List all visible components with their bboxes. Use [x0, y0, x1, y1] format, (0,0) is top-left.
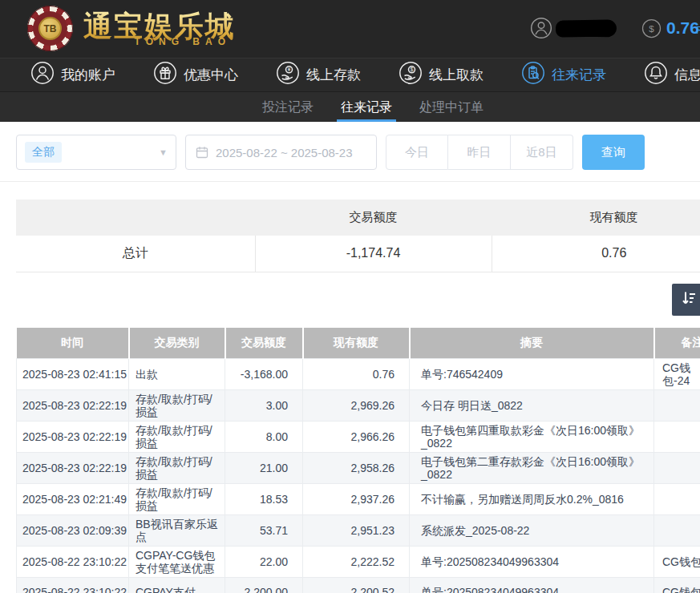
date-range-value: 2025-08-22 ~ 2025-08-23 — [216, 146, 353, 159]
cell-category: 存款/取款/打码/损益 — [129, 453, 225, 484]
col-header-remark: 备注 — [654, 328, 700, 359]
cell-time: 2025-08-22 23:10:22 — [17, 578, 129, 593]
dollar-coin-icon: $ — [641, 18, 662, 38]
user-avatar-icon[interactable] — [530, 17, 552, 39]
tab-transaction-records[interactable]: 往来记录 — [338, 92, 395, 122]
summary-total-row: 总计 -1,174.74 0.76 — [16, 236, 700, 272]
cell-balance: 2,222.52 — [303, 547, 410, 578]
cell-time: 2025-08-23 02:41:15 — [17, 359, 129, 390]
tab-label: 往来记录 — [341, 100, 392, 114]
tab-bet-records[interactable]: 投注记录 — [260, 92, 316, 122]
cell-amount: 22.00 — [225, 547, 303, 578]
cell-time: 2025-08-23 02:22:19 — [17, 390, 129, 422]
nav-item-label: 线上存款 — [306, 66, 361, 84]
cell-amount: 3.00 — [225, 390, 303, 422]
cell-amount: 8.00 — [225, 422, 303, 453]
summary-section: 交易额度 现有额度 总计 -1,174.74 0.76 — [16, 200, 700, 272]
svg-text:¥: ¥ — [288, 67, 291, 72]
balance-amount[interactable]: 0.76 — [666, 18, 699, 38]
username-redacted — [556, 19, 617, 37]
search-button[interactable]: 查询 — [582, 135, 645, 170]
tab-label: 投注记录 — [262, 100, 314, 114]
summary-header-row: 交易额度 现有额度 — [16, 200, 700, 236]
cell-time: 2025-08-23 02:21:49 — [17, 484, 129, 515]
table-row: 2025-08-23 02:22:19存款/取款/打码/损益21.002,958… — [17, 453, 700, 484]
casino-chip-icon: TB — [27, 6, 73, 51]
table-row: 2025-08-22 23:10:22CGPAY支付2,200.002,200.… — [17, 578, 700, 593]
chip-tb-label: TB — [38, 17, 62, 40]
sort-button[interactable] — [672, 284, 700, 316]
col-header-time: 时间 — [17, 328, 129, 359]
cell-remark: CG钱包 — [654, 547, 700, 578]
chevron-down-icon: ▼ — [159, 147, 168, 157]
cell-time: 2025-08-23 02:22:19 — [17, 422, 129, 453]
cell-time: 2025-08-23 02:22:19 — [17, 453, 129, 484]
cell-time: 2025-08-22 23:10:22 — [17, 547, 129, 578]
cell-remark: CG钱包 — [654, 578, 700, 593]
table-row: 2025-08-23 02:22:19存款/取款/打码/损益3.002,969.… — [17, 390, 700, 422]
cell-remark — [654, 484, 700, 515]
table-header-row: 时间 交易类别 交易额度 现有额度 摘要 备注 — [17, 328, 700, 359]
nav-item-withdraw[interactable]: $ 线上取款 — [399, 61, 484, 89]
nav-item-announcements[interactable]: 信息公告 — [644, 61, 700, 89]
summary-header-transaction: 交易额度 — [255, 200, 492, 236]
cell-summary: 电子钱包第二重存款彩金《次日16:00领取》_0822 — [410, 453, 654, 484]
date-range-input[interactable]: 2025-08-22 ~ 2025-08-23 — [185, 135, 377, 170]
cell-summary: 电子钱包第四重取款彩金《次日16:00领取》_0822 — [410, 422, 654, 453]
cell-category: 出款 — [129, 359, 225, 390]
col-header-balance: 现有额度 — [303, 328, 410, 359]
today-button[interactable]: 今日 — [386, 135, 448, 170]
tab-pending-orders[interactable]: 处理中订单 — [417, 92, 486, 122]
selected-type-tag: 全部 — [25, 142, 62, 163]
cell-summary: 单号:746542409 — [410, 359, 654, 390]
cell-balance: 2,200.52 — [303, 578, 410, 593]
logo-text: 通宝娱乐城 TONG BAO — [83, 10, 236, 47]
cell-remark — [654, 390, 700, 422]
transactions-table: 时间 交易类别 交易额度 现有额度 摘要 备注 2025-08-23 02:41… — [16, 328, 700, 593]
withdraw-icon: $ — [399, 61, 423, 89]
summary-total-balance: 0.76 — [492, 236, 700, 272]
cell-summary: 系统派发_2025-08-22 — [410, 515, 654, 547]
cell-category: 存款/取款/打码/损益 — [129, 422, 225, 453]
col-header-summary: 摘要 — [410, 328, 654, 359]
type-select[interactable]: 全部 ▼ — [16, 135, 176, 170]
nav-item-promotions[interactable]: 优惠中心 — [153, 61, 238, 89]
table-row: 2025-08-22 23:10:22CGPAY-CG钱包支付笔笔送优惠22.0… — [17, 547, 700, 578]
svg-text:$: $ — [411, 67, 414, 72]
nav-item-transaction-records[interactable]: 往来记录 — [521, 61, 606, 89]
sub-nav: 投注记录 往来记录 处理中订单 — [0, 91, 700, 122]
yesterday-button[interactable]: 昨日 — [448, 135, 511, 170]
nav-item-label: 往来记录 — [552, 66, 606, 84]
last-8-days-button[interactable]: 近8日 — [511, 135, 573, 170]
bell-icon — [644, 61, 668, 89]
nav-item-label: 线上取款 — [429, 66, 484, 84]
cell-category: 存款/取款/打码/损益 — [129, 390, 225, 422]
cell-time: 2025-08-23 02:09:39 — [17, 515, 129, 547]
cell-balance: 2,969.26 — [303, 390, 410, 422]
sort-descending-icon — [679, 288, 698, 310]
cell-amount: 2,200.00 — [225, 578, 303, 593]
cell-balance: 2,958.26 — [303, 453, 410, 484]
table-row: 2025-08-23 02:21:49存款/取款/打码/损益18.532,937… — [17, 484, 700, 515]
gift-icon — [153, 61, 177, 89]
nav-item-label: 优惠中心 — [184, 66, 238, 84]
calendar-icon — [196, 146, 208, 159]
cell-amount: 53.71 — [225, 515, 303, 547]
cell-balance: 2,966.26 — [303, 422, 410, 453]
summary-table: 交易额度 现有额度 总计 -1,174.74 0.76 — [16, 200, 700, 272]
svg-text:$: $ — [649, 23, 654, 34]
cell-remark — [654, 515, 700, 547]
nav-item-deposit[interactable]: ¥ 线上存款 — [276, 61, 361, 89]
transactions-body: 2025-08-23 02:41:15出款-3,168.000.76单号:746… — [17, 359, 700, 593]
col-header-category: 交易类别 — [129, 328, 225, 359]
nav-item-my-account[interactable]: 我的账户 — [30, 61, 115, 89]
cell-balance: 2,937.26 — [303, 484, 410, 515]
transactions-section: 时间 交易类别 交易额度 现有额度 摘要 备注 2025-08-23 02:41… — [16, 328, 700, 593]
summary-total-transaction: -1,174.74 — [255, 236, 492, 272]
filter-bar: 全部 ▼ 2025-08-22 ~ 2025-08-23 今日 昨日 近8日 查… — [0, 122, 700, 182]
deposit-icon: ¥ — [276, 61, 300, 89]
cell-remark — [654, 422, 700, 453]
page-header: TB 通宝娱乐城 TONG BAO $ 0.76 R — [0, 0, 700, 58]
sort-row — [0, 284, 700, 316]
cell-category: BB视讯百家乐返点 — [129, 515, 225, 547]
